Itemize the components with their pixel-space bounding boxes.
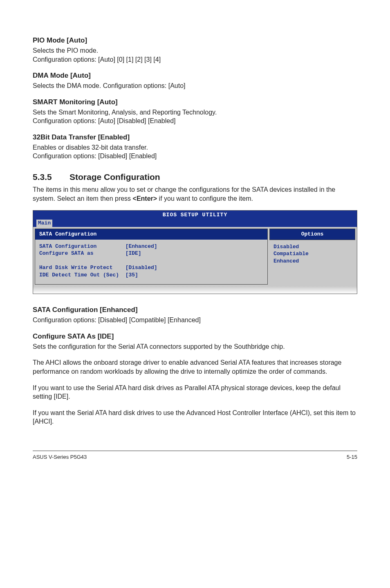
bios-left-header: SATA Configuration xyxy=(35,229,267,240)
para-pio-mode: Selects the PIO mode. Configuration opti… xyxy=(33,46,357,64)
bios-left-content: SATA Configuration [Enhanced] Configure … xyxy=(35,240,267,285)
page-footer: ASUS V-Series P5G43 5-15 xyxy=(33,451,357,461)
heading-configure-sata-as: Configure SATA As [IDE] xyxy=(33,332,357,341)
section-535-para: The items in this menu allow you to set … xyxy=(33,185,357,203)
bios-screenshot: BIOS SETUP UTILITY Main SATA Configurati… xyxy=(33,210,357,294)
bios-tab-main: Main xyxy=(36,220,52,227)
heading-sata-config: SATA Configuration [Enhanced] xyxy=(33,305,357,315)
enter-key: <Enter> xyxy=(133,195,157,202)
para-configure-sata-4: If you want the Serial ATA hard disk dri… xyxy=(33,408,357,426)
bios-left-panel: SATA Configuration SATA Configuration [E… xyxy=(35,229,268,285)
bios-right-panel: Options Disabled Compatiable Enhanced xyxy=(269,229,355,285)
bios-body: SATA Configuration SATA Configuration [E… xyxy=(33,227,357,286)
bios-titlebar: BIOS SETUP UTILITY xyxy=(33,211,357,220)
bios-option: Enhanced xyxy=(273,258,351,265)
heading-smart-monitoring: SMART Monitoring [Auto] xyxy=(33,98,357,107)
bios-option: Compatiable xyxy=(273,250,351,258)
para-sata-config: Configuration options: [Disabled] [Compa… xyxy=(33,316,357,325)
section-number: 5.3.5 xyxy=(33,171,69,183)
bios-fade xyxy=(33,286,357,294)
footer-left: ASUS V-Series P5G43 xyxy=(33,453,87,461)
section-title: Storage Configuration xyxy=(69,172,160,182)
heading-pio-mode: PIO Mode [Auto] xyxy=(33,36,357,45)
bios-options-header: Options xyxy=(269,229,355,240)
para-smart-monitoring: Sets the Smart Monitoring, Analysis, and… xyxy=(33,108,357,126)
para-configure-sata-3: If you want to use the Serial ATA hard d… xyxy=(33,384,357,401)
heading-dma-mode: DMA Mode [Auto] xyxy=(33,71,357,81)
bios-tab-row: Main xyxy=(33,220,357,227)
para-configure-sata-1: Sets the configuration for the Serial AT… xyxy=(33,342,357,351)
footer-right: 5-15 xyxy=(347,453,357,461)
para-configure-sata-2: The AHCI allows the onboard storage driv… xyxy=(33,358,357,376)
bios-title: BIOS SETUP UTILITY xyxy=(36,211,354,219)
para-32bit-transfer: Enables or disables 32-bit data transfer… xyxy=(33,143,357,161)
para-dma-mode: Selects the DMA mode. Configuration opti… xyxy=(33,81,357,90)
section-535-heading: 5.3.5Storage Configuration xyxy=(33,171,357,183)
bios-options-list: Disabled Compatiable Enhanced xyxy=(269,240,355,271)
heading-32bit-transfer: 32Bit Data Transfer [Enabled] xyxy=(33,133,357,142)
bios-option: Disabled xyxy=(273,243,351,251)
